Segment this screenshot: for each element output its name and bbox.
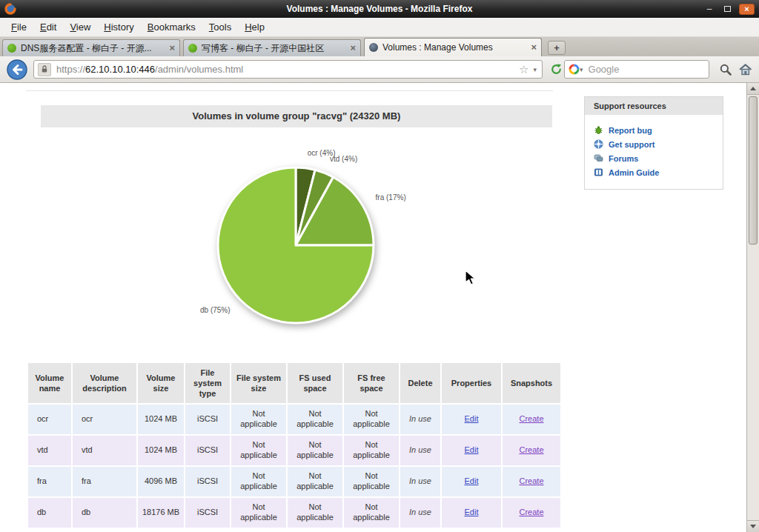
support-icon (594, 139, 603, 149)
scroll-down-button[interactable] (747, 520, 759, 532)
column-header: File system size (231, 363, 286, 403)
back-button[interactable] (6, 59, 28, 81)
cell-fs-used: Not applicable (288, 498, 342, 528)
cell-delete-status: In use (400, 467, 440, 496)
firefox-icon (4, 3, 16, 15)
get-support-link[interactable]: Get support (609, 140, 654, 149)
support-link-row: Forums (594, 153, 714, 163)
cell-properties: Edit (442, 405, 501, 434)
cell-properties: Edit (442, 467, 501, 496)
table-row: ocr ocr 1024 MB iSCSI Not applicable Not… (28, 405, 560, 434)
admin-guide-link[interactable]: Admin Guide (609, 168, 659, 177)
site-favicon-icon (188, 44, 197, 53)
cell-snapshots: Create (503, 467, 560, 496)
tab-close-icon[interactable]: × (531, 43, 537, 52)
search-input[interactable] (589, 64, 685, 75)
cell-fs-size: Not applicable (231, 498, 286, 528)
page-title: Volumes in volume group "racvg" (24320 M… (41, 105, 552, 127)
menu-history[interactable]: History (97, 18, 140, 36)
support-link-row: Report bug (594, 125, 714, 135)
reload-icon (550, 63, 563, 76)
table-row: vtd vtd 1024 MB iSCSI Not applicable Not… (28, 436, 560, 465)
cell-delete-status: In use (400, 498, 440, 528)
site-favicon-icon (7, 44, 16, 53)
pie-label-db: db (75%) (200, 306, 231, 314)
reload-button[interactable] (548, 61, 564, 79)
edit-link[interactable]: Edit (465, 476, 479, 485)
title-bar: Volumes : Manage Volumes - Mozilla Firef… (0, 0, 759, 18)
bookmark-star-icon[interactable]: ☆ (519, 64, 528, 75)
edit-link[interactable]: Edit (465, 445, 479, 454)
vertical-scrollbar[interactable] (746, 83, 759, 532)
cell-volume-description: fra (73, 467, 136, 496)
cell-snapshots: Create (503, 498, 560, 528)
tab-close-icon[interactable]: × (169, 44, 175, 53)
site-identity-button[interactable] (38, 63, 51, 76)
home-button[interactable] (737, 61, 753, 79)
report-bug-link[interactable]: Report bug (609, 126, 652, 135)
column-header: FS used space (288, 363, 342, 403)
create-link[interactable]: Create (519, 476, 543, 485)
url-scheme: https:// (56, 64, 85, 75)
create-link[interactable]: Create (519, 508, 543, 516)
close-button[interactable]: × (739, 4, 755, 15)
scroll-up-button[interactable] (747, 83, 759, 95)
volumes-table: Volume name Volume description Volume si… (27, 362, 562, 529)
edit-link[interactable]: Edit (465, 508, 479, 516)
forums-link[interactable]: Forums (609, 154, 638, 163)
url-path: /admin/volumes.html (155, 64, 243, 75)
menu-bar: File Edit View History Bookmarks Tools H… (0, 18, 759, 37)
tab-label: DNS服务器配置 - 柳白子 - 开源... (21, 42, 165, 55)
create-link[interactable]: Create (519, 445, 543, 454)
tab-volumes[interactable]: Volumes : Manage Volumes × (364, 38, 542, 56)
cell-fs-free: Not applicable (344, 405, 399, 434)
column-header: Delete (400, 363, 440, 403)
menu-edit[interactable]: Edit (33, 18, 63, 36)
column-header: Volume size (138, 363, 184, 403)
tab-blog[interactable]: 写博客 - 柳白子 - 开源中国社区 × (183, 39, 361, 56)
support-resources-panel: Support resources Report bug (584, 96, 723, 190)
menu-tools[interactable]: Tools (202, 18, 238, 36)
table-row: db db 18176 MB iSCSI Not applicable Not … (28, 498, 560, 528)
menu-help[interactable]: Help (238, 18, 271, 36)
tab-dns-config[interactable]: DNS服务器配置 - 柳白子 - 开源... × (2, 39, 180, 56)
support-link-row: Admin Guide (594, 167, 714, 177)
firefox-window: Volumes : Manage Volumes - Mozilla Firef… (0, 0, 759, 532)
minimize-button[interactable]: – (703, 4, 715, 15)
tab-close-icon[interactable]: × (350, 44, 356, 53)
arrow-up-icon (750, 87, 756, 90)
new-tab-button[interactable]: + (548, 41, 566, 55)
cell-volume-name: fra (28, 467, 71, 496)
menu-file[interactable]: File (4, 18, 33, 36)
tab-bar: DNS服务器配置 - 柳白子 - 开源... × 写博客 - 柳白子 - 开源中… (0, 37, 759, 56)
zoom-button[interactable] (717, 61, 734, 79)
cell-fs-type: iSCSI (185, 405, 230, 434)
mouse-cursor (465, 270, 480, 286)
cell-volume-name: vtd (28, 436, 71, 465)
site-favicon-icon (369, 43, 378, 52)
page-content: Volumes in volume group "racvg" (24320 M… (0, 83, 746, 532)
column-header: File system type (185, 363, 230, 403)
url-bar[interactable]: https://62.10.10.10:446/admin/volumes.ht… (33, 60, 543, 79)
cell-volume-name: db (28, 498, 71, 528)
cell-fs-used: Not applicable (288, 405, 342, 434)
create-link[interactable]: Create (519, 414, 543, 423)
cell-fs-size: Not applicable (231, 467, 286, 496)
google-logo-icon (569, 64, 580, 75)
url-dropdown-icon[interactable]: ▾ (533, 66, 537, 73)
window-title: Volumes : Manage Volumes - Mozilla Firef… (0, 0, 759, 18)
scrollbar-thumb[interactable] (749, 96, 758, 245)
search-box[interactable]: ▾ (564, 60, 709, 79)
tab-label: 写博客 - 柳白子 - 开源中国社区 (202, 42, 346, 55)
menu-bookmarks[interactable]: Bookmarks (141, 18, 202, 36)
cell-volume-description: db (73, 498, 136, 528)
cell-fs-size: Not applicable (231, 405, 286, 434)
table-row: fra fra 4096 MB iSCSI Not applicable Not… (28, 467, 560, 496)
menu-view[interactable]: View (63, 18, 97, 36)
cell-fs-free: Not applicable (344, 498, 399, 528)
search-engine-dropdown-icon[interactable]: ▾ (580, 66, 583, 73)
cell-snapshots: Create (503, 436, 560, 465)
maximize-button[interactable] (721, 4, 733, 15)
pie-label-fra: fra (17%) (376, 193, 406, 202)
edit-link[interactable]: Edit (465, 414, 479, 423)
